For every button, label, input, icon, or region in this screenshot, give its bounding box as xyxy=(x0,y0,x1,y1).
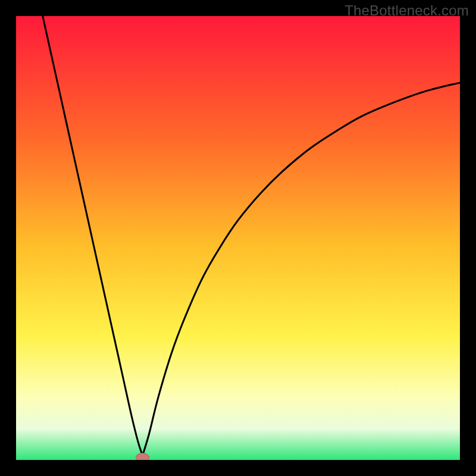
minimum-marker xyxy=(136,453,149,460)
watermark-text: TheBottleneck.com xyxy=(345,2,469,19)
chart-frame: TheBottleneck.com xyxy=(0,0,476,476)
plot-area xyxy=(16,16,460,460)
plot-svg xyxy=(16,16,460,460)
gradient-background xyxy=(16,16,460,460)
